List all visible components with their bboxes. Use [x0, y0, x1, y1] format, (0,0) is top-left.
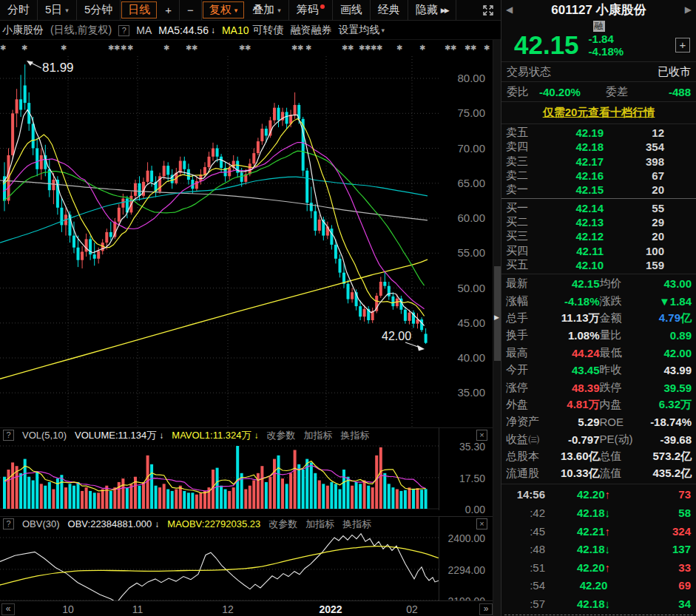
switch-indicator-button[interactable]: 换指标: [340, 429, 369, 442]
order-book-quantity: 12: [604, 126, 664, 139]
event-marker-icon[interactable]: ✱: [192, 44, 197, 52]
tick-row[interactable]: :4842.18↓137: [501, 540, 696, 558]
time-axis-label: 11: [132, 603, 143, 615]
event-marker-icon[interactable]: ✱: [163, 44, 169, 52]
switch-indicator-button[interactable]: 换指标: [342, 518, 371, 531]
down-arrow-icon: ↓: [605, 598, 611, 610]
tick-row[interactable]: :5142.20↑33: [501, 558, 696, 577]
order-book-row-buy[interactable]: 买四42.11100: [501, 243, 696, 257]
event-marker-icon[interactable]: ✱: [0, 44, 6, 52]
order-book-row-sell[interactable]: 卖五42.1912: [501, 126, 696, 140]
toolbar-item-5日[interactable]: 5日▾: [38, 0, 77, 20]
stats-value: 44.24: [552, 347, 600, 359]
event-marker-icon[interactable]: ✱: [470, 44, 476, 52]
volume-chart[interactable]: [0, 442, 493, 510]
tick-row[interactable]: 14:5642.20↑73: [501, 486, 696, 504]
event-marker-icon[interactable]: ✱: [21, 44, 27, 52]
event-marker-icon[interactable]: ✱: [419, 44, 425, 52]
tick-row[interactable]: :5442.2069: [501, 577, 696, 595]
obv-chart[interactable]: [0, 531, 493, 601]
toolbar-item-−[interactable]: −: [180, 0, 202, 20]
event-marker-icon[interactable]: ✱: [297, 44, 303, 52]
add-indicator-button[interactable]: 加指标: [305, 518, 334, 531]
candlestick-chart[interactable]: [0, 40, 493, 427]
stats-value: -4.18%: [552, 295, 600, 308]
scroll-right-button[interactable]: »: [479, 603, 493, 615]
order-book-row-sell[interactable]: 卖一42.1520: [501, 183, 696, 197]
stats-row: 流通股10.33亿流值435.2亿: [501, 465, 696, 482]
tick-price: 42.18↓: [545, 598, 642, 610]
menu-margin-trading[interactable]: 融资融券: [291, 24, 332, 37]
change-params-button[interactable]: 改参数: [266, 429, 295, 442]
fullscreen-button[interactable]: [476, 0, 501, 20]
panel-splitter[interactable]: ▶: [493, 40, 501, 616]
event-marker-icon[interactable]: ✱: [396, 44, 402, 52]
add-to-watchlist-button[interactable]: +: [675, 38, 690, 53]
prev-stock-icon[interactable]: ◀: [506, 4, 513, 15]
toolbar-item-隐藏[interactable]: 隐藏▶▶: [408, 0, 456, 20]
toolbar-item-5分钟[interactable]: 5分钟: [77, 0, 121, 20]
toolbar-item-分时[interactable]: 分时: [0, 0, 38, 20]
tick-row[interactable]: :4242.18↓58: [501, 504, 696, 522]
commission-row: 委比 -40.20% 委差 -488: [501, 82, 696, 102]
toolbar-item-叠加[interactable]: 叠加▾: [245, 0, 289, 20]
vol-indicator-label: VOL(5,10): [22, 430, 67, 441]
event-marker-icon[interactable]: ✱: [121, 44, 126, 52]
volume-value: VOLUME:11.134万: [75, 429, 156, 442]
event-marker-icon[interactable]: ✱: [484, 44, 490, 52]
toolbar-item-+[interactable]: +: [158, 0, 180, 20]
event-marker-icon[interactable]: ✱: [305, 44, 311, 52]
obv-pane-header: ? OBV(30) OBV:22384881.000 ↓ MAOBV:22792…: [0, 516, 493, 531]
tick-list[interactable]: 14:5642.20↑73:4242.18↓58:4542.21↑324:484…: [501, 484, 696, 616]
order-book-row-sell[interactable]: 卖三42.17398: [501, 155, 696, 169]
help-icon[interactable]: ?: [118, 25, 129, 36]
add-indicator-button[interactable]: 加指标: [303, 429, 332, 442]
toolbar-item-筹码[interactable]: 筹码: [289, 0, 333, 20]
event-marker-icon[interactable]: ✱: [450, 44, 456, 52]
level2-promo-link[interactable]: 仅需20元查看十档行情: [543, 106, 655, 120]
event-marker-icon[interactable]: ✱: [61, 44, 67, 52]
tick-row[interactable]: :4542.21↑324: [501, 522, 696, 541]
event-marker-icon[interactable]: ✱: [127, 44, 133, 52]
toolbar-item-label: 5日: [45, 3, 62, 17]
change-params-button[interactable]: 改参数: [268, 518, 297, 531]
menu-convertible-bond[interactable]: 可转债: [253, 24, 284, 37]
stats-label: 涨停: [506, 381, 552, 395]
event-marker-icon[interactable]: ✱: [114, 44, 120, 52]
order-book-price: 42.17: [541, 155, 604, 168]
event-marker-icon[interactable]: ✱: [245, 44, 251, 52]
order-book-row-buy[interactable]: 买二42.1329: [501, 215, 696, 229]
order-book-row-buy[interactable]: 买一42.1455: [501, 200, 696, 214]
tick-row[interactable]: :5742.18↓34: [501, 595, 696, 613]
stats-value: 4.79亿: [644, 311, 692, 325]
order-book-row-sell[interactable]: 卖四42.18354: [501, 140, 696, 154]
stats-value: 573.2亿: [644, 450, 692, 464]
toolbar-item-label: +: [165, 4, 172, 16]
toolbar-item-label: 复权: [209, 3, 232, 17]
time-axis-label: 12: [222, 603, 234, 615]
toolbar-item-日线[interactable]: 日线: [121, 1, 157, 18]
tick-price: 42.18↓: [545, 543, 642, 555]
stats-value: -0.797: [552, 433, 600, 446]
toolbar-item-经典[interactable]: 经典: [371, 0, 408, 20]
toolbar-item-画线[interactable]: 画线: [333, 0, 371, 20]
event-marker-icon[interactable]: ✱: [348, 44, 354, 52]
help-icon[interactable]: ?: [3, 518, 14, 529]
order-book-row-sell[interactable]: 卖二42.1667: [501, 169, 696, 183]
toolbar-item-复权[interactable]: 复权▾: [203, 1, 245, 18]
toolbar-item-label: −: [187, 4, 194, 16]
scroll-left-button[interactable]: «: [1, 603, 15, 615]
help-icon[interactable]: ?: [3, 430, 14, 441]
tick-price: 42.20: [545, 579, 642, 592]
price-axis-label: 35.00: [441, 386, 485, 399]
price-row: 42.15 -1.84 -4.18% +: [501, 32, 696, 62]
order-book-row-buy[interactable]: 买五42.10159: [501, 258, 696, 272]
order-book-row-buy[interactable]: 买三42.1220: [501, 229, 696, 243]
next-stock-icon[interactable]: ▶: [685, 4, 692, 15]
menu-ma-settings[interactable]: 设置均线: [339, 24, 380, 37]
collapse-arrow-icon[interactable]: ▶: [494, 314, 499, 321]
event-marker-icon[interactable]: ✱: [376, 44, 382, 52]
order-book-level-label: 卖三: [506, 155, 541, 169]
stats-label: 净资产: [506, 415, 552, 429]
maobv-value: MAOBV:22792035.23: [167, 518, 260, 529]
